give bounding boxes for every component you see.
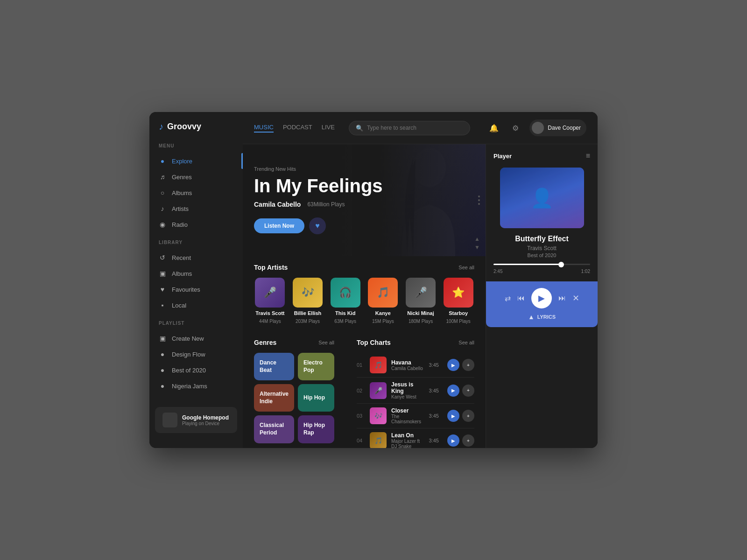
artist-card-travis[interactable]: 🎤 Travis Scott 44M Plays [254, 278, 286, 324]
chart-title: Jesus is King [391, 381, 424, 394]
previous-button[interactable]: ⏮ [517, 294, 525, 302]
chart-num: 01 [357, 362, 365, 368]
sidebar-item-genres[interactable]: ♬ Genres [149, 169, 243, 185]
search-input[interactable] [367, 125, 463, 131]
genre-label: Hip Hop Rap [303, 422, 329, 436]
artist-card-thiskid[interactable]: 🎧 This Kid 63M Plays [329, 278, 361, 324]
sidebar-item-explore[interactable]: ● Explore [149, 153, 243, 169]
chart-info: Closer The Chainsmokers [391, 407, 424, 424]
sidebar-item-favourites[interactable]: ♥ Favourites [149, 281, 243, 297]
chart-item-4: 04 🎵 Lean On Major Lazer ft DJ Snake 3:4… [357, 428, 474, 448]
artists-header: Top Artists See all [254, 264, 474, 271]
chart-num: 02 [357, 388, 365, 393]
genre-card-hip-hop[interactable]: Hip Hop [298, 384, 334, 412]
sidebar-item-best-of-2020[interactable]: ● Best of 2020 [149, 362, 243, 378]
chart-add-button[interactable]: + [462, 434, 474, 447]
tab-live[interactable]: LIVE [322, 124, 335, 133]
genres-icon: ♬ [159, 173, 166, 181]
next-button[interactable]: ⏭ [558, 294, 566, 302]
playlist-section: PLAYLIST ▣ Create New ● Design Flow ● Be… [149, 321, 243, 394]
progress-bar[interactable] [493, 264, 590, 265]
chart-artist: Camila Cabello [391, 366, 424, 371]
lyrics-button[interactable]: ▲ LYRICS [493, 313, 590, 321]
artist-card-starboy[interactable]: ⭐ Starboy 100M Plays [442, 278, 474, 324]
sidebar-item-label: Artists [172, 205, 189, 212]
sidebar-item-artists[interactable]: ♪ Artists [149, 201, 243, 217]
chart-play-button[interactable]: ▶ [447, 410, 459, 422]
genre-card-dance-beat[interactable]: Dance Beat [254, 353, 294, 380]
hero-label: Trending New Hits [254, 166, 383, 172]
user-pill[interactable]: Dave Cooper [529, 119, 586, 136]
playlist-dot-icon: ● [159, 350, 166, 358]
repeat-button[interactable]: ⇄ [505, 294, 511, 303]
progress-thumb[interactable] [558, 262, 564, 267]
sidebar-item-design-flow[interactable]: ● Design Flow [149, 346, 243, 362]
artists-see-all[interactable]: See all [458, 265, 474, 270]
listen-now-button[interactable]: Listen Now [254, 218, 304, 233]
chart-add-button[interactable]: + [462, 359, 474, 371]
artist-avatar-billie: 🎶 [293, 278, 323, 308]
chart-add-button[interactable]: + [462, 410, 474, 422]
center-panel: Trending New Hits In My Feelings Camila … [243, 144, 486, 448]
artist-avatar-thiskid: 🎧 [331, 278, 360, 308]
sidebar-item-label: Explore [172, 158, 192, 165]
artist-card-nicki[interactable]: 🎤 Nicki Minaj 180M Plays [405, 278, 437, 324]
chart-play-button[interactable]: ▶ [447, 434, 459, 447]
genres-see-all[interactable]: See all [318, 340, 334, 345]
chart-title: Havana [391, 359, 424, 366]
play-pause-button[interactable]: ▶ [531, 288, 552, 308]
avatar [532, 122, 544, 134]
artists-grid: 🎤 Travis Scott 44M Plays 🎶 Billie Ellish… [254, 278, 474, 324]
hero-title: In My Feelings [254, 175, 383, 196]
sidebar-item-nigeria-jams[interactable]: ● Nigeria Jams [149, 378, 243, 394]
chart-item-2: 02 🎤 Jesus is King Kanye West 3:45 ▶ + [357, 378, 474, 404]
close-button[interactable]: ✕ [572, 293, 579, 303]
artist-plays: 100M Plays [446, 319, 471, 324]
favourite-button[interactable]: ♥ [309, 217, 326, 234]
chart-add-button[interactable]: + [462, 385, 474, 397]
genre-card-hip-hop-rap[interactable]: Hip Hop Rap [298, 415, 334, 443]
sidebar-item-local[interactable]: ▪ Local [149, 297, 243, 313]
sidebar-item-label: Radio [172, 221, 188, 228]
chart-play-button[interactable]: ▶ [447, 385, 459, 397]
notification-button[interactable]: 🔔 [486, 120, 501, 135]
artist-avatar-starboy: ⭐ [444, 278, 473, 308]
genre-card-classical-period[interactable]: Classical Period [254, 415, 294, 443]
chart-actions: ▶ + [447, 410, 474, 422]
artist-plays: 63M Plays [334, 319, 356, 324]
tab-podcast[interactable]: PODCAST [283, 124, 312, 133]
sidebar-item-recent[interactable]: ↺ Recent [149, 250, 243, 266]
arrow-down[interactable]: ▼ [474, 244, 480, 251]
sidebar-item-library-albums[interactable]: ▣ Albums [149, 266, 243, 281]
recent-icon: ↺ [159, 254, 166, 261]
artist-card-kanye[interactable]: 🎵 Kanye 15M Plays [367, 278, 399, 324]
hero-actions: Listen Now ♥ [254, 217, 383, 234]
bottom-sections: Genres See all Dance Beat Electro Pop [243, 331, 486, 448]
genre-label: Dance Beat [260, 359, 289, 374]
top-charts-section: Top Charts See all 01 🎵 Havana Camila Ca… [345, 331, 486, 448]
chart-play-button[interactable]: ▶ [447, 359, 459, 371]
sidebar-item-albums[interactable]: ○ Albums [149, 185, 243, 201]
chart-info: Lean On Major Lazer ft DJ Snake [391, 432, 424, 448]
genre-label: Alternative Indie [260, 391, 289, 405]
chart-title: Lean On [391, 432, 424, 439]
charts-title: Top Charts [357, 339, 391, 346]
dot3 [478, 203, 480, 205]
search-bar[interactable]: 🔍 [349, 121, 470, 135]
menu-section: MENU ● Explore ♬ Genres ○ Albums ♪ Artis… [149, 143, 243, 232]
sidebar-item-create-new[interactable]: ▣ Create New [149, 330, 243, 346]
nav-tabs: MUSIC PODCAST LIVE [254, 124, 335, 133]
total-time: 1:02 [581, 269, 590, 274]
settings-button[interactable]: ⚙ [508, 120, 523, 135]
genre-card-alternative-indie[interactable]: Alternative Indie [254, 384, 294, 412]
chart-thumb: 🎤 [370, 382, 387, 399]
artist-plays: 180M Plays [409, 319, 433, 324]
player-header: Player ≡ [486, 144, 598, 168]
charts-see-all[interactable]: See all [458, 340, 474, 345]
artist-card-billie[interactable]: 🎶 Billie Ellish 203M Plays [292, 278, 324, 324]
tab-music[interactable]: MUSIC [254, 124, 274, 133]
sidebar-item-radio[interactable]: ◉ Radio [149, 217, 243, 232]
arrow-up[interactable]: ▲ [474, 236, 480, 242]
queue-icon[interactable]: ≡ [586, 152, 590, 160]
genre-card-electro-pop[interactable]: Electro Pop [298, 353, 334, 380]
